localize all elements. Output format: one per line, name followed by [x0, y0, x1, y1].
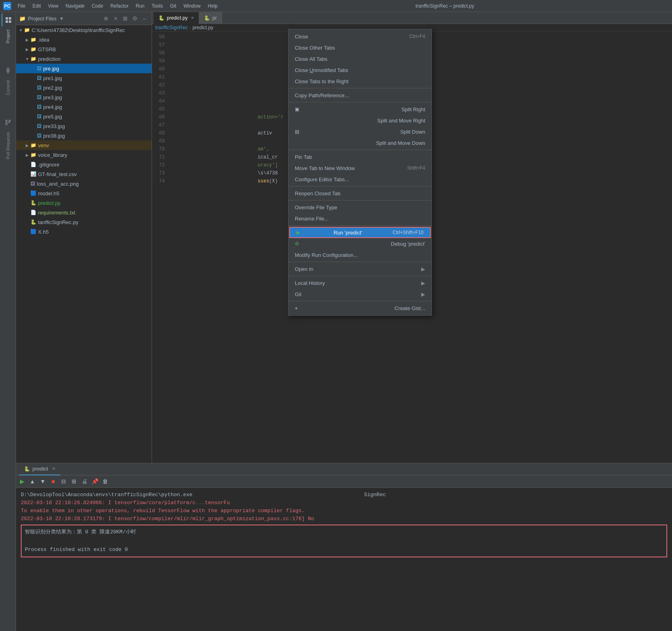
menu-split-move-down[interactable]: ▤ Split and Move Down	[288, 137, 432, 148]
tree-prediction[interactable]: ▼ 📁 prediction	[16, 54, 152, 64]
minimize-icon[interactable]: –	[140, 14, 148, 22]
menu-rename-file[interactable]: Rename File...	[288, 213, 432, 224]
tree-root[interactable]: ▼ 📁 C:\Users\47382\Desktop\tranfficSignR…	[16, 25, 152, 35]
menu-run-predict[interactable]: ▶ Run 'predict' Ctrl+Shift+F10	[289, 227, 431, 238]
menu-sep-9	[288, 301, 432, 301]
tree-voice[interactable]: ▶ 📁 voice_library	[16, 150, 152, 160]
menu-close-label: Close	[295, 34, 308, 40]
local-history-arrow: ▶	[421, 280, 425, 286]
tree-gtsrb[interactable]: ▶ 📁 GTSRB	[16, 44, 152, 54]
svg-rect-1	[9, 17, 11, 20]
tab-predict[interactable]: 🐍 predict.py ✕	[154, 12, 199, 24]
menu-edit[interactable]: Edit	[29, 2, 44, 10]
menu-local-history[interactable]: Local History ▶	[288, 277, 432, 288]
collapse-icon[interactable]: ≡	[112, 14, 120, 22]
menu-debug-predict[interactable]: ⚙ Debug 'predict'	[288, 238, 432, 249]
window-title: tranfficSignRec – predict.py	[416, 3, 474, 9]
tree-idea[interactable]: ▶ 📁 .idea	[16, 35, 152, 44]
menu-split-right[interactable]: ▣ Split Right	[288, 104, 432, 115]
tab-other[interactable]: 🐍 pr	[199, 12, 222, 24]
tree-requirements[interactable]: 📄 requirements.txt	[16, 208, 152, 217]
sidebar-icons: Project Commit Pull Requests	[0, 12, 16, 631]
menu-configure-tabs[interactable]: Configure Editor Tabs...	[288, 174, 432, 185]
menu-rename-file-label: Rename File...	[295, 216, 329, 222]
menu-refactor[interactable]: Refactor	[107, 2, 132, 10]
sidebar-commit-icon[interactable]	[2, 64, 14, 77]
bottom-panel: 🐍 predict ✕ ▶ ▲ ▼ ■ ⊟ ⊞ 🖨 📌 🗑	[152, 463, 672, 631]
output-box-line2	[152, 537, 663, 545]
menu-git-label: Git	[295, 291, 302, 297]
menu-sep-8	[288, 276, 432, 276]
menu-close-shortcut: Ctrl+F4	[409, 34, 425, 39]
tree-pre-jpg[interactable]: 🖼 pre.jpg	[16, 64, 152, 73]
tree-venv[interactable]: ▶ 📁 venv	[16, 140, 152, 150]
menu-override-file[interactable]: Override File Type	[288, 202, 432, 213]
tree-tanffic[interactable]: 🐍 tanfficSignRec.py	[16, 217, 152, 227]
menu-sep-5	[288, 200, 432, 200]
menu-reopen-closed[interactable]: Reopen Closed Tab	[288, 188, 432, 199]
menu-navigate[interactable]: Navigate	[62, 2, 88, 10]
tree-pre3-jpg[interactable]: 🖼 pre3.jpg	[16, 92, 152, 102]
panel-header-icons: ⊕ ≡ ⊠ ⚙ –	[102, 14, 148, 22]
bottom-tabs: 🐍 predict ✕	[152, 463, 672, 475]
menu-split-move-right[interactable]: ▣ Split and Move Right	[288, 115, 432, 126]
output-box-line3: Process finished with exit code 0	[152, 545, 663, 554]
menu-git[interactable]: Git	[167, 2, 179, 10]
tree-xh5[interactable]: 🟦 X.h5	[16, 227, 152, 236]
settings-icon[interactable]: ⚙	[131, 14, 139, 22]
menu-sep-2	[288, 102, 432, 102]
tab-predict-close[interactable]: ✕	[191, 16, 194, 20]
tree-gitignore[interactable]: 📄 .gitignore	[16, 160, 152, 169]
tree-png[interactable]: 🖼 loss_and_acc.png	[16, 179, 152, 188]
menu-code[interactable]: Code	[88, 2, 106, 10]
menu-window[interactable]: Window	[180, 2, 204, 10]
editor-tabs: 🐍 predict.py ✕ 🐍 pr	[152, 12, 672, 24]
tree-predict-py[interactable]: 🐍 predict.py	[16, 198, 152, 208]
app-logo: PC	[3, 2, 11, 10]
menu-close-all[interactable]: Close All Tabs	[288, 53, 432, 64]
menu-pin-tab-label: Pin Tab	[295, 154, 312, 160]
tree-pre5-jpg[interactable]: 🖼 pre5.jpg	[16, 112, 152, 121]
menu-override-file-label: Override File Type	[295, 204, 337, 210]
menu-run[interactable]: Run	[132, 2, 148, 10]
tree-model-h5[interactable]: 🟦 model.h5	[16, 188, 152, 198]
dropdown-icon[interactable]: ▼	[59, 16, 64, 22]
menu-view[interactable]: View	[45, 2, 62, 10]
menu-close[interactable]: Close Ctrl+F4	[288, 31, 432, 42]
menu-open-in[interactable]: Open In ▶	[288, 263, 432, 274]
menu-close-unmodified-label: Close Unmodified Tabs	[295, 67, 348, 73]
menu-git[interactable]: Git ▶	[288, 288, 432, 300]
tree-csv[interactable]: 📊 GT-final_test.csv	[16, 169, 152, 179]
tree-pre33-jpg[interactable]: 🖼 pre33.jpg	[16, 121, 152, 131]
sync-icon[interactable]: ⊕	[102, 14, 110, 22]
menu-close-right[interactable]: Close Tabs to the Right	[288, 76, 432, 87]
output-line-1: D:\DevolopTool\Anaconda\envs\tranfficSig…	[152, 491, 667, 499]
menu-move-window-shortcut: Shift+F4	[407, 165, 425, 171]
menu-file[interactable]: File	[14, 2, 28, 10]
menu-help[interactable]: Help	[204, 2, 221, 10]
menu-copy-path[interactable]: Copy Path/Reference...	[288, 90, 432, 101]
menu-move-window[interactable]: Move Tab to New Window Shift+F4	[288, 162, 432, 174]
tree-pre4-jpg[interactable]: 🖼 pre4.jpg	[16, 102, 152, 112]
menu-modify-run[interactable]: Modify Run Configuration...	[288, 249, 432, 260]
breadcrumb-file[interactable]: predict.py	[192, 25, 213, 30]
tree-pre2-jpg[interactable]: 🖼 pre2.jpg	[16, 83, 152, 92]
filter-icon[interactable]: ⊠	[121, 14, 129, 22]
menu-close-unmodified[interactable]: Close Unmodified Tabs	[288, 64, 432, 76]
menu-split-right-label: Split Right	[402, 106, 425, 112]
menu-close-other[interactable]: Close Other Tabs	[288, 42, 432, 53]
sidebar-pull-icon[interactable]	[2, 116, 14, 129]
menu-tools[interactable]: Tools	[148, 2, 166, 10]
tree-pre38-jpg[interactable]: 🖼 pre38.jpg	[16, 131, 152, 140]
svg-point-7	[6, 120, 7, 122]
create-gist-icon: ●	[295, 305, 298, 311]
menu-create-gist[interactable]: ● Create Gist...	[288, 302, 432, 314]
menu-local-history-label: Local History	[295, 280, 325, 286]
tree-pre1-jpg[interactable]: 🖼 pre1.jpg	[16, 73, 152, 83]
titlebar: PC File Edit View Navigate Code Refactor…	[0, 0, 672, 12]
menu-split-down[interactable]: ▤ Split Down	[288, 126, 432, 137]
menu-pin-tab[interactable]: Pin Tab	[288, 151, 432, 162]
sidebar-project-icon[interactable]	[2, 14, 14, 26]
breadcrumb-root[interactable]: tranfficSignRec	[155, 25, 188, 30]
run-output: D:\DevolopTool\Anaconda\envs\tranfficSig…	[152, 488, 672, 631]
